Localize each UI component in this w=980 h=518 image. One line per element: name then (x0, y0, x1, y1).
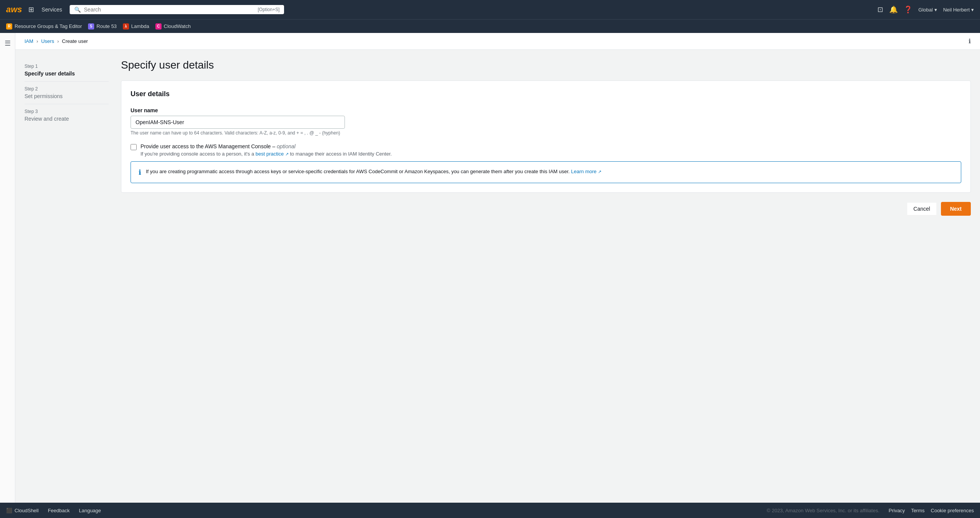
search-bar[interactable]: 🔍 [Option+S] (70, 5, 284, 14)
step-2-number: Step 2 (24, 86, 109, 92)
grid-icon[interactable]: ⊞ (28, 5, 34, 14)
top-nav: aws ⊞ Services 🔍 [Option+S] ⊡ 🔔 ❓ Global… (0, 0, 980, 19)
next-button[interactable]: Next (941, 202, 971, 216)
breadcrumb-iam[interactable]: IAM (24, 38, 33, 44)
cloudshell-label: CloudShell (15, 508, 39, 513)
user-details-card: User details User name The user name can… (121, 80, 971, 193)
breadcrumb-sep-2: › (57, 38, 59, 44)
cloud9-icon[interactable]: ⊡ (877, 5, 883, 14)
resource-groups-badge: R (6, 23, 12, 30)
console-access-checkbox[interactable] (131, 144, 137, 150)
username-label: User name (131, 107, 961, 113)
action-row: Cancel Next (121, 202, 971, 216)
card-title: User details (131, 90, 961, 98)
optional-text: optional (277, 143, 296, 149)
step-1: Step 1 Specify user details (24, 59, 109, 82)
nav-right: ⊡ 🔔 ❓ Global ▾ Neil Herbert ▾ (877, 5, 974, 14)
cloudwatch-label: CloudWatch (164, 23, 191, 29)
external-link-icon: ↗ (285, 152, 289, 156)
resource-groups-label: Resource Groups & Tag Editor (15, 23, 82, 29)
search-icon: 🔍 (74, 7, 81, 13)
breadcrumb-sep-1: › (36, 38, 38, 44)
step-3: Step 3 Review and create (24, 104, 109, 126)
sidebar: ☰ (0, 33, 15, 503)
footer-copyright: © 2023, Amazon Web Services, Inc. or its… (767, 508, 880, 513)
nav-resource-groups[interactable]: R Resource Groups & Tag Editor (6, 23, 82, 30)
breadcrumb-users[interactable]: Users (41, 38, 54, 44)
console-sublabel: If you're providing console access to a … (140, 151, 392, 157)
cookie-link[interactable]: Cookie preferences (931, 508, 974, 513)
cloudwatch-badge: C (155, 23, 162, 30)
step-3-name: Review and create (24, 116, 109, 122)
username-form-group: User name The user name can have up to 6… (131, 107, 961, 136)
footer: ⬛ CloudShell Feedback Language © 2023, A… (0, 503, 980, 518)
region-selector[interactable]: Global ▾ (918, 7, 937, 13)
nav-lambda[interactable]: λ Lambda (123, 23, 149, 30)
info-box: ℹ If you are creating programmatic acces… (131, 161, 961, 183)
info-circle-icon: ℹ (139, 168, 141, 177)
privacy-link[interactable]: Privacy (889, 508, 905, 513)
page-info-button[interactable]: ℹ (969, 38, 971, 45)
chevron-down-icon: ▾ (971, 7, 974, 13)
step-2-name: Set permissions (24, 93, 109, 99)
step-1-number: Step 1 (24, 64, 109, 69)
sidebar-toggle[interactable]: ☰ (5, 39, 11, 48)
username-input[interactable] (131, 116, 345, 129)
console-sublabel-end: to manage their access in IAM Identity C… (290, 151, 392, 157)
aws-logo[interactable]: aws (6, 5, 22, 15)
lambda-label: Lambda (131, 23, 149, 29)
user-name: Neil Herbert (943, 7, 970, 13)
cancel-button[interactable]: Cancel (907, 203, 936, 215)
search-input[interactable] (84, 7, 255, 13)
route53-badge: 5 (88, 23, 94, 30)
best-practice-link[interactable]: best practice ↗ (256, 151, 290, 157)
terms-link[interactable]: Terms (911, 508, 924, 513)
terminal-icon: ⬛ (6, 508, 12, 513)
route53-label: Route 53 (96, 23, 117, 29)
step-3-number: Step 3 (24, 109, 109, 114)
region-label: Global (918, 7, 933, 13)
language-link[interactable]: Language (79, 508, 101, 513)
content-area: IAM › Users › Create user ℹ Step 1 Speci… (15, 33, 980, 503)
nav-cloudwatch[interactable]: C CloudWatch (155, 23, 191, 30)
page-title: Specify user details (121, 59, 971, 71)
page-body: Step 1 Specify user details Step 2 Set p… (15, 50, 980, 503)
steps-panel: Step 1 Specify user details Step 2 Set p… (24, 59, 109, 493)
page-header: IAM › Users › Create user ℹ (15, 33, 980, 50)
learn-more-external-icon: ↗ (598, 169, 601, 174)
search-shortcut: [Option+S] (258, 7, 279, 12)
user-menu[interactable]: Neil Herbert ▾ (943, 7, 974, 13)
services-link[interactable]: Services (39, 5, 65, 14)
footer-cloudshell[interactable]: ⬛ CloudShell (6, 508, 39, 513)
footer-right: Privacy Terms Cookie preferences (889, 508, 974, 513)
console-sublabel-start: If you're providing console access to a … (140, 151, 254, 157)
console-checkbox-label[interactable]: Provide user access to the AWS Managemen… (140, 143, 296, 149)
chevron-down-icon: ▾ (934, 7, 937, 13)
lambda-badge: λ (123, 23, 129, 30)
console-checkbox-row: Provide user access to the AWS Managemen… (131, 143, 961, 157)
secondary-nav: R Resource Groups & Tag Editor 5 Route 5… (0, 19, 980, 33)
step-1-name: Specify user details (24, 70, 109, 77)
console-label-text: Provide user access to the AWS Managemen… (140, 143, 271, 149)
learn-more-link[interactable]: Learn more ↗ (571, 169, 601, 174)
username-hint: The user name can have up to 64 characte… (131, 130, 961, 136)
main-layout: ☰ IAM › Users › Create user ℹ Step 1 Spe… (0, 33, 980, 503)
step-2: Step 2 Set permissions (24, 82, 109, 104)
help-icon[interactable]: ❓ (904, 5, 912, 14)
feedback-link[interactable]: Feedback (48, 508, 70, 513)
main-form: Specify user details User details User n… (121, 59, 971, 493)
bell-icon[interactable]: 🔔 (889, 5, 898, 14)
nav-route53[interactable]: 5 Route 53 (88, 23, 117, 30)
info-box-content: If you are creating programmatic access … (146, 168, 601, 176)
breadcrumb-current: Create user (62, 38, 88, 44)
info-box-text: If you are creating programmatic access … (146, 169, 570, 174)
